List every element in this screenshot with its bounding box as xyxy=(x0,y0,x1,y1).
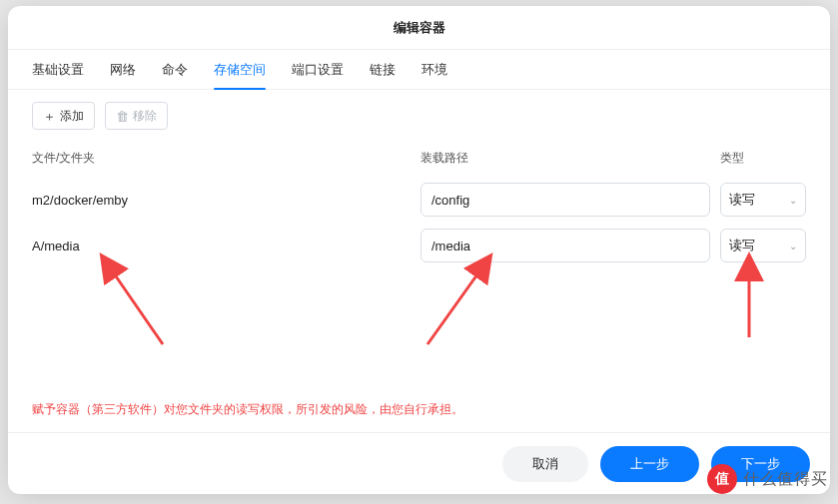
mode-select-value: 读写 xyxy=(729,237,755,254)
watermark-logo-icon: 值 xyxy=(707,464,737,494)
tab-network[interactable]: 网络 xyxy=(110,50,136,90)
remove-button-label: 移除 xyxy=(133,108,157,125)
tab-label: 网络 xyxy=(110,61,136,79)
col-host: 文件/文件夹 xyxy=(32,150,411,167)
table-row: A/media 读写⌄ xyxy=(32,223,806,268)
mode-select[interactable]: 读写⌄ xyxy=(720,183,806,217)
remove-button[interactable]: 🗑移除 xyxy=(105,102,168,130)
tab-label: 端口设置 xyxy=(292,61,344,79)
table-row: m2/docker/emby 读写⌄ xyxy=(32,177,806,223)
dialog-window: 编辑容器 基础设置 网络 命令 存储空间 端口设置 链接 环境 ＋添加 🗑移除 … xyxy=(8,6,830,494)
tab-cmd[interactable]: 命令 xyxy=(162,50,188,90)
watermark: 值 什么值得买 xyxy=(707,464,828,494)
tab-label: 基础设置 xyxy=(32,61,84,79)
tab-link[interactable]: 链接 xyxy=(370,50,396,90)
col-mode: 类型 xyxy=(720,150,806,167)
dialog-title: 编辑容器 xyxy=(8,6,830,50)
col-mount: 装载路径 xyxy=(420,150,710,167)
trash-icon: 🗑 xyxy=(116,110,129,123)
mode-select-value: 读写 xyxy=(729,191,755,209)
tab-label: 环境 xyxy=(421,61,447,79)
chevron-down-icon: ⌄ xyxy=(789,195,797,206)
add-button-label: 添加 xyxy=(60,108,84,125)
host-path-cell[interactable]: A/media xyxy=(32,239,411,253)
table-header: 文件/文件夹 装载路径 类型 xyxy=(32,140,806,177)
mount-path-input[interactable] xyxy=(420,183,710,217)
tab-label: 链接 xyxy=(370,61,396,79)
tab-port[interactable]: 端口设置 xyxy=(292,50,344,90)
tab-storage[interactable]: 存储空间 xyxy=(214,50,266,90)
chevron-down-icon: ⌄ xyxy=(789,241,797,252)
tabs-bar: 基础设置 网络 命令 存储空间 端口设置 链接 环境 xyxy=(8,50,830,90)
watermark-text: 什么值得买 xyxy=(743,469,828,490)
tab-label: 存储空间 xyxy=(214,61,266,79)
tab-label: 命令 xyxy=(162,61,188,79)
tab-basic[interactable]: 基础设置 xyxy=(32,50,84,90)
cancel-button[interactable]: 取消 xyxy=(502,446,588,482)
prev-button[interactable]: 上一步 xyxy=(600,446,699,482)
permission-warning: 赋予容器（第三方软件）对您文件夹的读写权限，所引发的风险，由您自行承担。 xyxy=(8,361,830,432)
plus-icon: ＋ xyxy=(43,110,56,123)
tab-env[interactable]: 环境 xyxy=(421,50,447,90)
volumes-table: 文件/文件夹 装载路径 类型 m2/docker/emby 读写⌄ A/medi… xyxy=(8,134,830,268)
toolbar: ＋添加 🗑移除 xyxy=(8,90,830,134)
mode-select[interactable]: 读写⌄ xyxy=(720,229,806,262)
mount-path-input[interactable] xyxy=(420,229,710,262)
host-path-cell[interactable]: m2/docker/emby xyxy=(32,193,411,208)
add-button[interactable]: ＋添加 xyxy=(32,102,95,130)
